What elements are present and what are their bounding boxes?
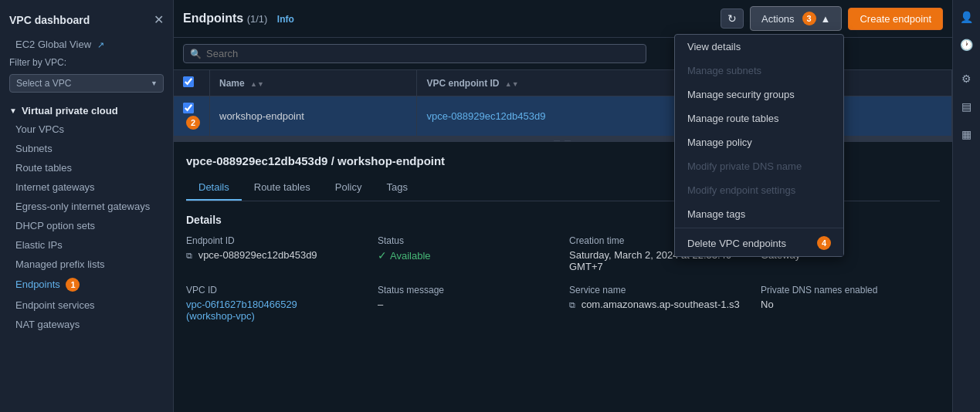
- status-message-label: Status message: [378, 285, 557, 295]
- dropdown-divider: [675, 228, 843, 228]
- chevron-icon: ▼: [9, 106, 17, 115]
- dropdown-item-manage-tags[interactable]: Manage tags: [675, 202, 843, 226]
- tab-route-tables[interactable]: Route tables: [242, 177, 323, 201]
- dropdown-item-modify-private-dns: Modify private DNS name: [675, 154, 843, 178]
- status-value: ✓ Available: [378, 249, 557, 262]
- right-icon-layout2[interactable]: ▦: [956, 123, 978, 145]
- sidebar-item-route-tables[interactable]: Route tables: [0, 158, 173, 177]
- dropdown-item-manage-security-groups[interactable]: Manage security groups: [675, 83, 843, 106]
- detail-field-service-name: Service name ⧉ com.amazonaws.ap-southeas…: [569, 285, 748, 322]
- row-checkbox-cell: 2: [174, 96, 210, 137]
- service-name-label: Service name: [569, 285, 748, 295]
- vpc-id-value[interactable]: vpc-06f1627b180466529 (workshop-vpc): [186, 299, 365, 322]
- page-title: Endpoints (1/1) Info: [183, 12, 714, 25]
- right-icon-user[interactable]: 👤: [956, 6, 978, 28]
- endpoint-id-label: Endpoint ID: [186, 235, 365, 246]
- status-label: Status: [378, 235, 557, 246]
- vpc-select[interactable]: Select a VPC: [9, 74, 164, 93]
- detail-field-endpoint-id: Endpoint ID ⧉ vpce-088929ec12db453d9: [186, 235, 365, 272]
- dropdown-item-manage-subnets: Manage subnets: [675, 59, 843, 83]
- delete-step-badge: 4: [817, 236, 831, 250]
- endpoint-id-value: ⧉ vpce-088929ec12db453d9: [186, 249, 365, 261]
- select-all-checkbox[interactable]: [183, 76, 194, 87]
- endpoint-id-sort-icon: ▲▼: [505, 80, 519, 88]
- private-dns-label: Private DNS names enabled: [761, 285, 940, 295]
- tab-policy[interactable]: Policy: [323, 177, 375, 201]
- vpc-filter-wrapper: Select a VPC: [9, 74, 164, 93]
- sidebar-item-endpoints[interactable]: Endpoints 1: [0, 274, 173, 295]
- col-checkbox: [174, 70, 210, 96]
- row-checkbox[interactable]: [183, 103, 194, 113]
- search-icon: 🔍: [190, 49, 202, 59]
- sidebar-item-dhcp-option-sets[interactable]: DHCP option sets: [0, 216, 173, 235]
- sidebar-item-managed-prefix-lists[interactable]: Managed prefix lists: [0, 255, 173, 274]
- right-icon-clock[interactable]: 🕐: [956, 34, 978, 56]
- row-endpoint-id-cell[interactable]: vpce-088929ec12db453d9: [417, 96, 692, 137]
- sidebar-header: VPC dashboard ✕: [0, 8, 173, 35]
- main-content: Endpoints (1/1) Info ↻ Actions 3 ▲ Creat…: [174, 0, 952, 412]
- dropdown-item-modify-endpoint-settings: Modify endpoint settings: [675, 178, 843, 202]
- sidebar-section-vpc[interactable]: ▼ Virtual private cloud: [0, 99, 173, 120]
- row-name-cell: workshop-endpoint: [210, 96, 417, 137]
- sidebar-item-nat-gateways[interactable]: NAT gateways: [0, 315, 173, 334]
- topbar: Endpoints (1/1) Info ↻ Actions 3 ▲ Creat…: [174, 0, 952, 38]
- name-sort-icon: ▲▼: [250, 80, 264, 88]
- status-dot-icon: ✓: [378, 249, 387, 262]
- status-message-value: –: [378, 299, 557, 310]
- actions-dropdown: View details Manage subnets Manage secur…: [674, 34, 844, 257]
- service-name-value: ⧉ com.amazonaws.ap-southeast-1.s3: [569, 299, 748, 310]
- actions-button[interactable]: Actions 3 ▲: [750, 6, 843, 31]
- sidebar: VPC dashboard ✕ EC2 Global View ↗ Filter…: [0, 0, 174, 412]
- detail-field-vpc-id: VPC ID vpc-06f1627b180466529 (workshop-v…: [186, 285, 365, 322]
- sidebar-item-ec2-global[interactable]: EC2 Global View ↗: [0, 35, 173, 54]
- dropdown-item-delete-endpoints[interactable]: Delete VPC endpoints 4: [675, 230, 843, 256]
- sidebar-item-internet-gateways[interactable]: Internet gateways: [0, 177, 173, 197]
- right-sidebar: 👤 🕐 ⚙ ▤ ▦: [952, 0, 980, 412]
- row-step-badge: 2: [186, 116, 200, 130]
- info-link[interactable]: Info: [277, 14, 294, 25]
- actions-step-badge: 3: [802, 12, 816, 25]
- copy-icon[interactable]: ⧉: [186, 251, 192, 260]
- sidebar-item-subnets[interactable]: Subnets: [0, 139, 173, 158]
- sidebar-item-egress-only[interactable]: Egress-only internet gateways: [0, 197, 173, 216]
- right-icon-settings[interactable]: ⚙: [956, 68, 978, 89]
- dropdown-item-view-details[interactable]: View details: [675, 35, 843, 59]
- sidebar-section-label: Virtual private cloud: [22, 105, 118, 117]
- col-endpoint-id[interactable]: VPC endpoint ID ▲▼: [417, 70, 692, 96]
- sidebar-title: VPC dashboard: [9, 14, 90, 26]
- sidebar-item-endpoint-services[interactable]: Endpoint services: [0, 295, 173, 315]
- count-value: (1/1): [247, 13, 268, 25]
- right-icon-layout1[interactable]: ▤: [956, 96, 978, 117]
- dropdown-item-manage-route-tables[interactable]: Manage route tables: [675, 106, 843, 130]
- sidebar-item-your-vpcs[interactable]: Your VPCs: [0, 120, 173, 139]
- sidebar-close-button[interactable]: ✕: [154, 12, 164, 27]
- sidebar-item-elastic-ips[interactable]: Elastic IPs: [0, 235, 173, 255]
- create-endpoint-button[interactable]: Create endpoint: [848, 8, 943, 30]
- search-wrapper: 🔍: [183, 44, 646, 63]
- tab-details[interactable]: Details: [186, 177, 242, 201]
- filter-label: Filter by VPC:: [0, 54, 173, 71]
- detail-field-private-dns: Private DNS names enabled No: [761, 285, 940, 322]
- refresh-button[interactable]: ↻: [721, 8, 744, 29]
- detail-field-status-message: Status message –: [378, 285, 557, 322]
- tab-tags[interactable]: Tags: [374, 177, 419, 201]
- private-dns-value: No: [761, 299, 940, 310]
- dropdown-item-manage-policy[interactable]: Manage policy: [675, 130, 843, 154]
- detail-field-status: Status ✓ Available: [378, 235, 557, 272]
- endpoints-step-badge: 1: [66, 278, 80, 292]
- col-name[interactable]: Name ▲▼: [210, 70, 417, 96]
- vpc-id-label: VPC ID: [186, 285, 365, 295]
- search-input[interactable]: [206, 48, 639, 59]
- service-copy-icon[interactable]: ⧉: [569, 300, 575, 309]
